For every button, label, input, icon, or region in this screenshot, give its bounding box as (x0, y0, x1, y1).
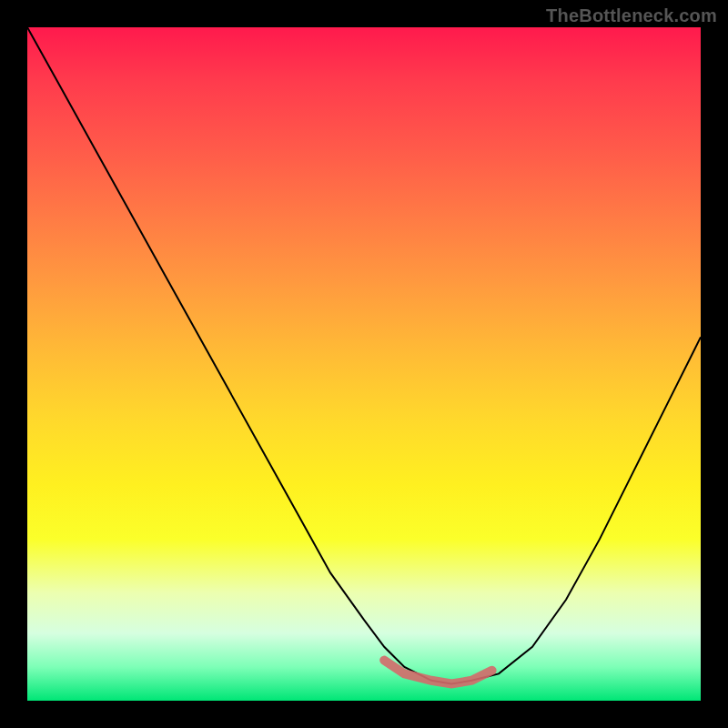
bottleneck-chart: TheBottleneck.com (0, 0, 728, 728)
bottleneck-curve-line (27, 27, 701, 684)
plot-area (27, 27, 701, 701)
watermark-label: TheBottleneck.com (546, 5, 717, 26)
curve-svg (27, 27, 701, 701)
